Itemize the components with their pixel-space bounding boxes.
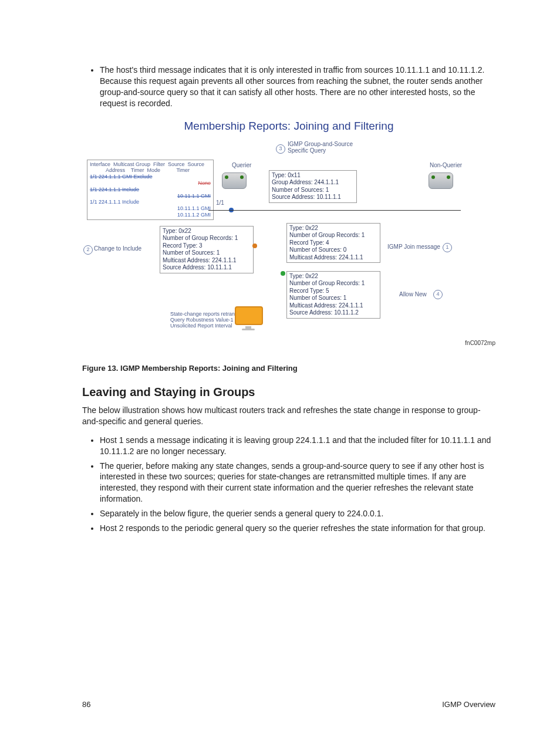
step-3-label: IGMP Group-and-Source Specific Query bbox=[288, 141, 364, 154]
host-monitor-icon bbox=[235, 306, 262, 327]
step-3-marker: 3 bbox=[276, 144, 285, 154]
igmp-join-label: IGMP Join message bbox=[387, 244, 440, 250]
figure-diagram: 3 IGMP Group-and-Source Specific Query Q… bbox=[82, 141, 495, 358]
non-querier-label: Non-Querier bbox=[430, 162, 462, 168]
list-item: The querier, before making any state cha… bbox=[100, 461, 495, 505]
allow-dot-icon bbox=[281, 271, 285, 276]
querier-label: Querier bbox=[232, 162, 251, 168]
step-2-marker: 2 bbox=[83, 245, 93, 255]
port-label: 1/1 bbox=[216, 199, 224, 206]
figure-id: fnC0072mp bbox=[465, 340, 495, 346]
page-footer: 86 IGMP Overview bbox=[82, 700, 495, 709]
figure-13: Membership Reports: Joining and Filterin… bbox=[82, 120, 495, 358]
top-bullet: The host's third message indicates that … bbox=[100, 65, 495, 109]
change-box: Type: 0x22 Number of Group Records: 1 Re… bbox=[160, 226, 254, 273]
footer-section: IGMP Overview bbox=[442, 700, 495, 709]
list-item: Host 1 sends a message indicating it is … bbox=[100, 435, 495, 457]
allow-box: Type: 0x22 Number of Group Records: 1 Re… bbox=[286, 271, 380, 319]
backbone-line bbox=[208, 210, 461, 211]
state-table: Interface Multicast Group Filter Source … bbox=[87, 160, 214, 220]
section-intro: The below illustration shows how multica… bbox=[82, 405, 495, 428]
step-4-marker: 4 bbox=[433, 290, 443, 299]
querier-router-icon bbox=[222, 173, 247, 189]
page-number: 86 bbox=[82, 700, 90, 709]
query-box: Type: 0x11 Group Address: 244.1.1.1 Numb… bbox=[269, 170, 357, 203]
allow-new-label: Allow New bbox=[399, 291, 427, 297]
step-1-marker: 1 bbox=[443, 243, 452, 252]
section-heading: Leaving and Staying in Groups bbox=[82, 385, 495, 399]
top-bullet-list: The host's third message indicates that … bbox=[82, 65, 495, 109]
non-querier-router-icon bbox=[429, 173, 453, 189]
leave-stay-list: Host 1 sends a message indicating it is … bbox=[82, 435, 495, 534]
list-item: Host 2 responds to the periodic general … bbox=[100, 523, 495, 534]
join-box: Type: 0x22 Number of Group Records: 1 Re… bbox=[286, 223, 380, 263]
change-to-include-label: Change to Include bbox=[94, 245, 141, 252]
list-item: Separately in the below figure, the quer… bbox=[100, 508, 495, 519]
figure-title: Membership Reports: Joining and Filterin… bbox=[82, 120, 495, 133]
figure-caption: Figure 13. IGMP Membership Reports: Join… bbox=[82, 364, 495, 373]
change-dot-icon bbox=[252, 244, 257, 248]
